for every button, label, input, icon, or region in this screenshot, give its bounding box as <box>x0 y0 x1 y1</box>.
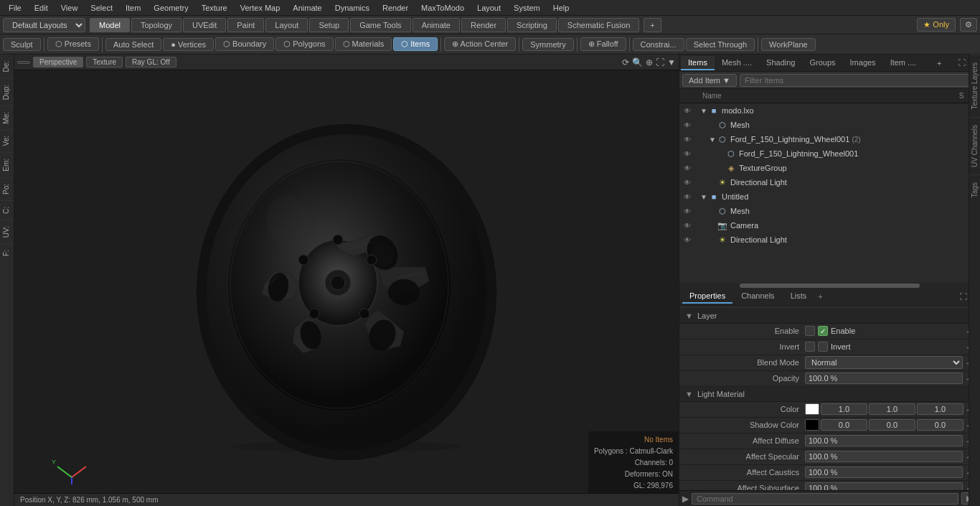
vp-raygl-btn[interactable]: Ray GL: Off <box>126 57 176 67</box>
layout-tab-add[interactable]: + <box>644 18 661 32</box>
left-tab-em[interactable]: Em: <box>0 152 14 177</box>
polygons-btn[interactable]: ⬡ Polygons <box>275 37 333 51</box>
tree-arrow[interactable]: ▼ <box>699 193 708 201</box>
menu-layout[interactable]: Layout <box>471 2 507 14</box>
eye-icon[interactable]: 👁 <box>681 219 694 232</box>
list-item[interactable]: 👁 📷 Camera <box>679 218 980 233</box>
eye-icon[interactable]: 👁 <box>681 190 694 203</box>
list-item[interactable]: 👁 ⬡ Ford_F_150_Lightning_Wheel001 <box>679 146 980 161</box>
affect-subsurface-input[interactable] <box>805 482 963 490</box>
props-tab-add[interactable]: + <box>818 292 822 301</box>
layout-tab-uvedit[interactable]: UVEdit <box>183 18 226 32</box>
shadow-color-swatch[interactable] <box>805 419 819 431</box>
color-swatch[interactable] <box>805 403 819 415</box>
vp-expand-icon[interactable]: ⛶ <box>656 57 664 67</box>
menu-item[interactable]: Item <box>120 2 146 14</box>
right-tab-images[interactable]: Images <box>843 56 883 70</box>
left-tab-po[interactable]: Po: <box>0 177 14 200</box>
list-item[interactable]: 👁 ⬡ Mesh <box>679 118 980 132</box>
layout-settings-btn[interactable]: ⚙ <box>960 18 977 32</box>
light-material-section-header[interactable]: ▼ Light Material <box>679 387 980 402</box>
left-tab-c[interactable]: C: <box>0 200 14 220</box>
left-tab-f[interactable]: F: <box>0 243 14 262</box>
list-item[interactable]: 👁 ◈ TextureGroup <box>679 161 980 175</box>
list-item[interactable]: 👁 ▼ ■ Untitled <box>679 189 980 204</box>
layout-dropdown[interactable]: Default Layouts <box>3 18 85 32</box>
affect-specular-input[interactable] <box>805 451 963 462</box>
shadow-g-input[interactable] <box>869 419 915 431</box>
enable-checkbox-outer[interactable] <box>805 326 815 336</box>
right-tab-item[interactable]: Item .... <box>883 56 924 70</box>
right-tab-items[interactable]: Items <box>681 56 715 70</box>
props-tab-channels[interactable]: Channels <box>734 289 781 304</box>
menu-help[interactable]: Help <box>547 2 575 14</box>
canvas-area[interactable]: X Y Z No Items Polygons : Catmull-Clark … <box>14 70 679 506</box>
menu-texture[interactable]: Texture <box>196 2 233 14</box>
layout-tab-render[interactable]: Render <box>461 18 506 32</box>
props-tab-properties[interactable]: Properties <box>682 289 732 304</box>
layer-section-header[interactable]: ▼ Layer <box>679 309 980 324</box>
eye-icon[interactable]: 👁 <box>681 147 694 160</box>
affect-diffuse-input[interactable] <box>805 435 963 446</box>
layout-tab-animate[interactable]: Animate <box>413 18 460 32</box>
invert-checkbox-inner[interactable] <box>818 342 828 352</box>
eye-icon[interactable]: 👁 <box>681 233 694 246</box>
symmetry-btn[interactable]: Symmetry <box>522 38 574 51</box>
menu-view[interactable]: View <box>55 2 84 14</box>
menu-render[interactable]: Render <box>377 2 414 14</box>
filter-items-input[interactable] <box>740 74 977 87</box>
layout-tab-schematic[interactable]: Schematic Fusion <box>558 18 639 32</box>
vp-zoom-icon[interactable]: 🔍 <box>632 57 643 67</box>
invert-checkbox-outer[interactable] <box>805 342 815 352</box>
vp-menu-icon[interactable]: ▼ <box>667 57 676 67</box>
viewport[interactable]: Perspective Texture Ray GL: Off ⟳ 🔍 ⊕ ⛶ … <box>14 55 679 506</box>
layout-tab-model[interactable]: Model <box>90 18 130 32</box>
layout-tab-scripting[interactable]: Scripting <box>507 18 557 32</box>
left-tab-dup[interactable]: Dup: <box>0 78 14 106</box>
vp-pan-icon[interactable]: ⊕ <box>646 57 653 67</box>
add-item-btn[interactable]: Add Item ▼ <box>682 74 737 87</box>
layout-tab-setup[interactable]: Setup <box>309 18 349 32</box>
color-b-input[interactable] <box>917 403 963 415</box>
left-tab-me[interactable]: Me: <box>0 106 14 130</box>
enable-checkbox-inner[interactable]: ✓ <box>818 326 828 336</box>
left-tab-de[interactable]: De: <box>0 55 14 78</box>
menu-geometry[interactable]: Geometry <box>148 2 194 14</box>
edge-tab-texture-layers[interactable]: Texture Layers <box>969 55 980 117</box>
eye-icon[interactable]: 👁 <box>681 104 694 117</box>
menu-system[interactable]: System <box>508 2 546 14</box>
left-tab-uv[interactable]: UV: <box>0 220 14 243</box>
right-panel-expand-icon[interactable]: ⛶ <box>958 58 966 67</box>
layout-tab-paint[interactable]: Paint <box>227 18 264 32</box>
color-r-input[interactable] <box>821 403 867 415</box>
items-scroll-thumb[interactable] <box>740 284 920 288</box>
menu-dynamics[interactable]: Dynamics <box>329 2 375 14</box>
shadow-r-input[interactable] <box>821 419 867 431</box>
vp-rotate-icon[interactable]: ⟳ <box>622 57 629 67</box>
layout-tab-layout[interactable]: Layout <box>265 18 308 32</box>
eye-icon[interactable]: 👁 <box>681 161 694 174</box>
auto-select-btn[interactable]: Auto Select <box>105 38 161 51</box>
menu-vertex-map[interactable]: Vertex Map <box>235 2 286 14</box>
star-only-btn[interactable]: ★ Only <box>917 18 956 32</box>
vertices-btn[interactable]: ● Vertices <box>163 38 214 51</box>
menu-edit[interactable]: Edit <box>29 2 54 14</box>
vp-perspective-btn[interactable]: Perspective <box>33 57 83 67</box>
eye-icon[interactable]: 👁 <box>681 176 694 189</box>
items-scrollbar[interactable] <box>679 283 980 289</box>
boundary-btn[interactable]: ⬡ Boundary <box>215 37 274 51</box>
materials-btn[interactable]: ⬡ Materials <box>335 37 392 51</box>
falloff-btn[interactable]: ⊕ Falloff <box>580 37 626 51</box>
opacity-input[interactable] <box>805 373 963 384</box>
list-item[interactable]: 👁 ▼ ⬡ Ford_F_150_Lightning_Wheel001 (2) <box>679 132 980 146</box>
list-item[interactable]: 👁 ☀ Directional Light <box>679 233 980 247</box>
vp-texture-btn[interactable]: Texture <box>86 57 123 67</box>
props-expand-icon[interactable]: ⛶ <box>959 292 967 301</box>
workplane-btn[interactable]: WorkPlane <box>761 38 816 51</box>
presets-btn[interactable]: ⬡ Presets <box>47 37 99 51</box>
right-tab-mesh[interactable]: Mesh .... <box>715 56 759 70</box>
layout-tab-gametools[interactable]: Game Tools <box>350 18 411 32</box>
left-tab-ve[interactable]: Ve: <box>0 129 14 151</box>
sculpt-btn[interactable]: Sculpt <box>3 38 41 51</box>
items-btn[interactable]: ⬡ Items <box>393 37 438 51</box>
